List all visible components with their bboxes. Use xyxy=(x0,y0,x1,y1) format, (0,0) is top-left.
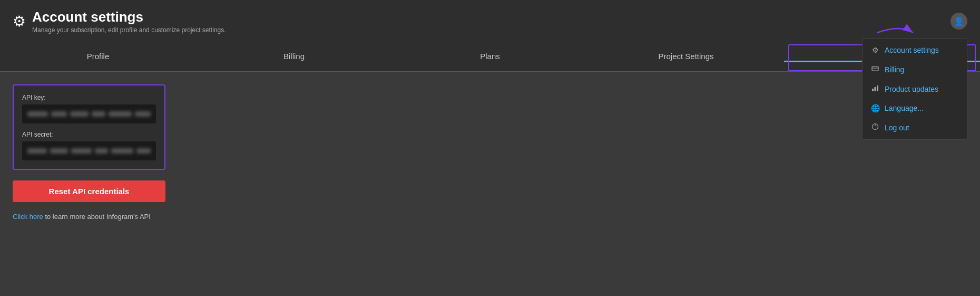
language-icon: 🌐 xyxy=(871,104,879,112)
tab-billing[interactable]: Billing xyxy=(196,42,392,71)
dropdown-item-billing[interactable]: Billing xyxy=(863,60,967,79)
dropdown-menu: ⚙ Account settings Billing Product updat… xyxy=(862,38,967,140)
account-settings-icon: ⚙ xyxy=(871,46,879,54)
svg-rect-5 xyxy=(877,85,878,91)
api-secret-blurred xyxy=(27,146,151,156)
logout-icon xyxy=(871,123,879,132)
header-title-block: Account settings Manage your subscriptio… xyxy=(32,9,226,34)
dropdown-item-account-settings[interactable]: ⚙ Account settings xyxy=(863,41,967,60)
gear-icon: ⚙ xyxy=(13,13,26,30)
dropdown-label-product-updates: Product updates xyxy=(885,85,938,93)
product-updates-icon xyxy=(871,84,879,93)
api-credentials-box: API key: API secret: xyxy=(13,84,165,170)
dropdown-item-logout[interactable]: Log out xyxy=(863,118,967,137)
nav-tabs: Profile Billing Plans Project Settings A… xyxy=(0,42,980,72)
svg-rect-4 xyxy=(875,87,876,91)
learn-more-link[interactable]: Click here xyxy=(13,213,43,221)
page-subtitle: Manage your subscription, edit profile a… xyxy=(32,26,226,34)
tab-profile[interactable]: Profile xyxy=(0,42,196,71)
api-secret-label: API secret: xyxy=(22,131,156,138)
avatar[interactable]: 👤 xyxy=(950,13,967,30)
header-right: 👤 xyxy=(950,13,967,30)
tab-plans[interactable]: Plans xyxy=(392,42,588,71)
learn-more-text: Click here to learn more about Infogram'… xyxy=(13,213,967,221)
api-key-value xyxy=(22,104,156,123)
reset-api-button[interactable]: Reset API credentials xyxy=(13,180,165,202)
dropdown-label-billing: Billing xyxy=(885,65,904,74)
svg-rect-3 xyxy=(872,89,874,91)
dropdown-label-account-settings: Account settings xyxy=(885,46,939,54)
svg-rect-1 xyxy=(872,66,878,71)
api-key-blurred xyxy=(27,109,151,119)
dropdown-item-language[interactable]: 🌐 Language... xyxy=(863,99,967,118)
page-title: Account settings xyxy=(32,9,226,25)
dropdown-item-product-updates[interactable]: Product updates xyxy=(863,79,967,99)
tab-project-settings[interactable]: Project Settings xyxy=(588,42,784,71)
dropdown-label-logout: Log out xyxy=(885,123,909,132)
api-secret-value xyxy=(22,141,156,160)
dropdown-label-language: Language... xyxy=(885,104,924,112)
billing-icon xyxy=(871,65,879,74)
main-content: API key: API secret: Reset xyxy=(0,72,980,233)
header-left: ⚙ Account settings Manage your subscript… xyxy=(13,9,226,34)
api-key-label: API key: xyxy=(22,94,156,101)
header: ⚙ Account settings Manage your subscript… xyxy=(0,0,980,42)
